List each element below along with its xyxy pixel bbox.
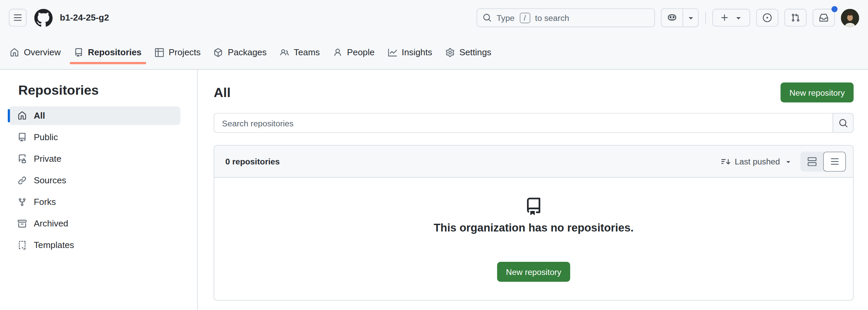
list-icon	[830, 157, 839, 166]
org-nav: Overview Repositories Projects Packages …	[0, 35, 868, 70]
tab-label: Packages	[228, 47, 267, 57]
sidebar-item-label: All	[34, 111, 45, 121]
sidebar-item-label: Private	[34, 154, 61, 164]
sidebar-item-archived[interactable]: Archived	[9, 214, 180, 233]
repo-forked-icon	[18, 198, 27, 207]
inbox-icon	[819, 13, 828, 22]
tab-label: Overview	[24, 47, 61, 57]
repo-icon	[74, 48, 83, 57]
global-search-box[interactable]: Type / to search	[477, 8, 655, 27]
slash-key-hint: /	[520, 12, 530, 23]
tab-packages[interactable]: Packages	[208, 35, 272, 69]
tab-settings[interactable]: Settings	[440, 35, 497, 69]
copilot-dropdown-button[interactable]	[683, 9, 698, 27]
sidebar-item-forks[interactable]: Forks	[9, 193, 180, 212]
home-icon	[18, 111, 27, 120]
tab-label: Teams	[294, 47, 320, 57]
create-new-button[interactable]	[712, 9, 750, 27]
notifications-inbox-button[interactable]	[813, 9, 835, 27]
tab-projects[interactable]: Projects	[149, 35, 206, 69]
repo-icon	[525, 198, 542, 216]
repo-count: 0 repositories	[225, 157, 280, 166]
sidebar-item-templates[interactable]: Templates	[9, 236, 180, 255]
header-divider	[705, 12, 706, 24]
git-pull-request-icon	[791, 13, 800, 22]
link-icon	[18, 176, 27, 185]
sidebar-item-private[interactable]: Private	[9, 150, 180, 168]
table-icon	[155, 48, 163, 57]
empty-new-repository-button[interactable]: New repository	[497, 262, 570, 282]
three-bars-icon	[13, 13, 22, 22]
sort-desc-icon	[721, 157, 730, 166]
issue-opened-icon	[763, 13, 772, 22]
gear-icon	[445, 48, 454, 57]
person-icon	[333, 48, 342, 57]
sidebar-item-label: Forks	[34, 197, 56, 207]
copilot-button[interactable]	[661, 9, 682, 27]
copilot-button-group	[661, 8, 699, 27]
graph-icon	[388, 48, 397, 57]
repo-search-row	[214, 113, 854, 133]
issues-button[interactable]	[756, 9, 778, 27]
sidebar-item-label: Public	[34, 132, 58, 143]
sidebar-item-public[interactable]: Public	[9, 128, 180, 147]
pull-requests-button[interactable]	[784, 9, 807, 27]
search-icon	[483, 13, 492, 22]
tab-insights[interactable]: Insights	[382, 35, 438, 69]
sidebar-item-label: Sources	[34, 176, 66, 186]
tab-repositories[interactable]: Repositories	[68, 35, 147, 69]
main-panel: All New repository 0 repositories	[198, 70, 868, 310]
repo-search-input[interactable]	[214, 113, 833, 133]
repositories-sidebar: Repositories All Public Private Sources …	[0, 70, 198, 310]
user-avatar[interactable]	[841, 8, 859, 27]
sort-label: Last pushed	[735, 157, 780, 166]
tab-label: Insights	[402, 47, 432, 57]
archive-icon	[18, 219, 27, 228]
sidebar-item-all[interactable]: All	[9, 106, 180, 125]
people-icon	[280, 48, 289, 57]
plus-icon	[720, 13, 729, 22]
home-icon	[10, 48, 19, 57]
sidebar-item-label: Templates	[34, 240, 74, 250]
unread-notification-dot	[832, 6, 838, 12]
tab-label: Projects	[168, 47, 200, 57]
repository-list-header: 0 repositories Last pushed	[214, 146, 853, 178]
tab-label: Settings	[459, 47, 491, 57]
search-placeholder-suffix: to search	[535, 13, 569, 23]
empty-state: This organization has no repositories. N…	[214, 178, 853, 282]
repo-icon	[18, 133, 27, 142]
github-logo-icon[interactable]	[34, 8, 53, 27]
repo-template-icon	[18, 241, 27, 250]
new-repository-button[interactable]: New repository	[780, 83, 854, 102]
tab-label: People	[347, 47, 375, 57]
page-title: All	[214, 84, 230, 101]
package-icon	[214, 48, 223, 57]
sort-dropdown[interactable]: Last pushed	[721, 157, 792, 166]
empty-state-message: This organization has no repositories.	[214, 221, 853, 234]
search-icon	[838, 118, 848, 128]
chevron-down-icon	[784, 157, 792, 165]
github-org-repositories-page: b1-24-25-g2 Type / to search	[0, 0, 868, 310]
tab-teams[interactable]: Teams	[274, 35, 325, 69]
layout-segmented-control	[801, 151, 846, 171]
notifications-wrapper	[813, 9, 835, 27]
global-header: b1-24-25-g2 Type / to search	[0, 0, 868, 35]
hamburger-menu-button[interactable]	[9, 9, 27, 27]
card-view-toggle[interactable]	[801, 151, 823, 171]
chevron-down-icon	[686, 13, 695, 22]
tab-overview[interactable]: Overview	[4, 35, 66, 69]
search-placeholder-prefix: Type	[497, 13, 515, 23]
org-name[interactable]: b1-24-25-g2	[60, 13, 109, 23]
chevron-down-icon	[734, 13, 743, 22]
repository-list-card: 0 repositories Last pushed	[214, 145, 854, 301]
copilot-icon	[667, 13, 677, 23]
main-header: All New repository	[214, 83, 854, 102]
content: Repositories All Public Private Sources …	[0, 70, 868, 310]
sidebar-item-sources[interactable]: Sources	[9, 171, 180, 190]
sidebar-title: Repositories	[18, 82, 180, 98]
tab-people[interactable]: People	[328, 35, 380, 69]
rows-icon	[807, 157, 816, 166]
list-view-toggle[interactable]	[823, 151, 846, 171]
repo-locked-icon	[18, 154, 27, 163]
repo-search-button[interactable]	[833, 113, 854, 133]
